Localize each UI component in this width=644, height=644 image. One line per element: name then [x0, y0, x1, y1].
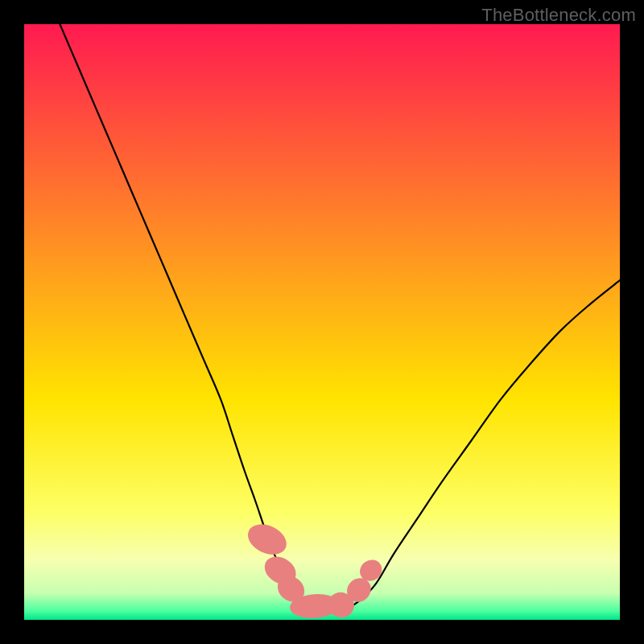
watermark-text: TheBottleneck.com	[481, 5, 636, 26]
gradient-background	[24, 24, 620, 620]
plot-area	[24, 24, 620, 620]
bottleneck-chart	[24, 24, 620, 620]
chart-frame: TheBottleneck.com	[0, 0, 644, 644]
